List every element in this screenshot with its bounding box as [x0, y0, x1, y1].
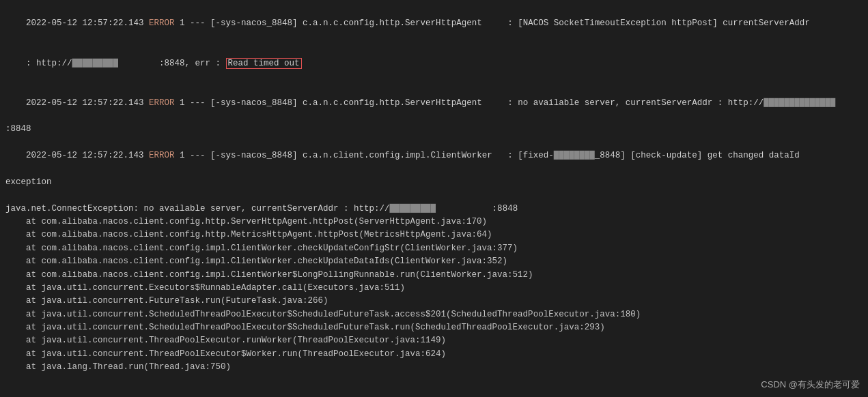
timestamp-5: 2022-05-12 12:57:22.143 — [26, 151, 149, 160]
highlighted-read-timed-out: Read timed out — [226, 58, 302, 69]
stack-1-7: at java.util.concurrent.FutureTask.run(F… — [5, 295, 863, 308]
level-1: ERROR — [149, 18, 175, 28]
log-line-1: 2022-05-12 12:57:22.143 ERROR 1 --- [-sy… — [5, 4, 863, 44]
stack-1-11: at java.util.concurrent.ThreadPoolExecut… — [5, 348, 863, 361]
timestamp-1: 2022-05-12 12:57:22.143 — [26, 18, 149, 28]
redacted-5: ████████ — [554, 151, 595, 160]
log-line-4: :8848 — [5, 123, 863, 136]
log-line-2: : http://█████████ :8848, err : Read tim… — [5, 44, 863, 83]
redacted-1: █████████ — [72, 59, 119, 68]
exception-1: java.net.ConnectException: no available … — [5, 203, 863, 216]
stack-1-12: at java.lang.Thread.run(Thread.java:750) — [5, 361, 863, 374]
rest-5b: _8848] [check-update] get changed dataId — [595, 151, 800, 160]
rest-5: 1 --- [-sys-nacos_8848] c.a.n.client.con… — [175, 151, 554, 160]
timestamp-3: 2022-05-12 12:57:22.143 — [26, 98, 149, 108]
rest-1: 1 --- [-sys-nacos_8848] c.a.n.c.config.h… — [175, 18, 810, 28]
stack-1-4: at com.alibaba.nacos.client.config.impl.… — [5, 255, 863, 268]
line2-middle: :8848, err : — [118, 59, 226, 68]
blank-1 — [5, 189, 863, 202]
log-container: 2022-05-12 12:57:22.143 ERROR 1 --- [-sy… — [5, 4, 863, 397]
stack-1-1: at com.alibaba.nacos.client.config.http.… — [5, 216, 863, 229]
stack-1-6: at java.util.concurrent.Executors$Runnab… — [5, 282, 863, 295]
log-line-3: 2022-05-12 12:57:22.143 ERROR 1 --- [-sy… — [5, 83, 863, 123]
line2-prefix: : http:// — [26, 59, 72, 68]
redacted-3: ██████████████ — [764, 98, 835, 108]
stack-1-2: at com.alibaba.nacos.client.config.http.… — [5, 229, 863, 241]
log-line-6: exception — [5, 176, 863, 189]
level-3: ERROR — [149, 98, 175, 108]
log-line-22: 2022-05-12 12:57:22.144 ERROR 1 --- [-sy… — [5, 387, 863, 397]
stack-1-3: at com.alibaba.nacos.client.config.impl.… — [5, 242, 863, 255]
stack-1-9: at java.util.concurrent.ScheduledThreadP… — [5, 321, 863, 334]
watermark: CSDN @有头发的老可爱 — [761, 378, 860, 392]
stack-1-5: at com.alibaba.nacos.client.config.impl.… — [5, 269, 863, 282]
stack-1-10: at java.util.concurrent.ThreadPoolExecut… — [5, 334, 863, 347]
level-5: ERROR — [149, 151, 175, 160]
blank-2 — [5, 374, 863, 387]
stack-1-8: at java.util.concurrent.ScheduledThreadP… — [5, 308, 863, 321]
rest-3: 1 --- [-sys-nacos_8848] c.a.n.c.config.h… — [175, 98, 764, 108]
log-line-5: 2022-05-12 12:57:22.143 ERROR 1 --- [-sy… — [5, 136, 863, 176]
